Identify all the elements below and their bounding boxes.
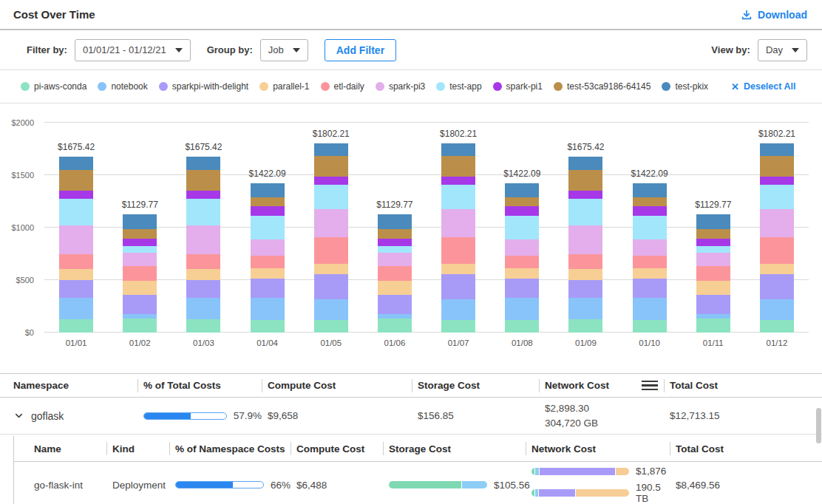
bar-segment-test-app[interactable] [568,199,602,225]
column-menu-icon[interactable] [642,381,658,391]
bar-segment-test-pkix[interactable] [123,214,157,229]
bar-segment-pi-aws-conda[interactable] [505,320,539,333]
bar-segment-etl-daily[interactable] [633,256,667,268]
bar-segment-spark-pi1[interactable] [696,239,730,246]
bar-segment-parallel-1[interactable] [568,269,602,280]
bar-segment-spark-pi1[interactable] [186,191,220,199]
bar-segment-etl-daily[interactable] [696,266,730,281]
bar-segment-pi-aws-conda[interactable] [59,319,93,333]
legend-item-test-53ca9186-64145[interactable]: test-53ca9186-64145 [554,81,651,92]
legend-item-pi-aws-conda[interactable]: pi-aws-conda [21,81,86,92]
bar-segment-pi-aws-conda[interactable] [696,319,730,333]
legend-item-spark-pi1[interactable]: spark-pi1 [493,81,543,92]
bar-segment-test-app[interactable] [251,216,285,239]
bar-segment-etl-daily[interactable] [186,254,220,269]
bar-segment-spark-pi1[interactable] [633,206,667,215]
bar-segment-sparkpi-with-delight[interactable] [441,274,475,299]
bar-segment-test-53ca9186-64145[interactable] [251,197,285,206]
bar-segment-etl-daily[interactable] [568,254,602,269]
bar-segment-pi-aws-conda[interactable] [186,319,220,333]
bar-segment-sparkpi-with-delight[interactable] [123,295,157,313]
bar-segment-test-app[interactable] [123,246,157,252]
bar-segment-notebook[interactable] [441,299,475,320]
bar-segment-notebook[interactable] [760,299,794,320]
bar-segment-parallel-1[interactable] [314,264,348,274]
bar-segment-notebook[interactable] [633,298,667,320]
bar-segment-spark-pi1[interactable] [123,239,157,246]
bar-segment-test-app[interactable] [760,185,794,208]
bar-segment-parallel-1[interactable] [59,269,93,280]
bar-segment-etl-daily[interactable] [251,256,285,268]
bar-segment-spark-pi3[interactable] [314,209,348,237]
bar-segment-etl-daily[interactable] [505,256,539,268]
bar-segment-parallel-1[interactable] [505,268,539,279]
bar-segment-test-pkix[interactable] [633,183,667,197]
bar-segment-test-app[interactable] [314,185,348,208]
bar-segment-etl-daily[interactable] [314,237,348,264]
bar-segment-pi-aws-conda[interactable] [633,320,667,333]
legend-item-test-pkix[interactable]: test-pkix [662,81,708,92]
bar-segment-sparkpi-with-delight[interactable] [760,274,794,299]
bar-segment-pi-aws-conda[interactable] [441,320,475,333]
legend-item-spark-pi3[interactable]: spark-pi3 [376,81,425,92]
bar-segment-spark-pi3[interactable] [696,253,730,266]
bar-segment-sparkpi-with-delight[interactable] [378,295,412,313]
bar-segment-test-pkix[interactable] [568,157,602,170]
bar-segment-test-pkix[interactable] [760,143,794,156]
bar-segment-spark-pi1[interactable] [251,206,285,215]
bar-segment-sparkpi-with-delight[interactable] [696,295,730,313]
legend-item-notebook[interactable]: notebook [98,81,147,92]
bar-segment-spark-pi1[interactable] [314,177,348,185]
bar-segment-test-app[interactable] [59,199,93,225]
legend-item-etl-daily[interactable]: etl-daily [321,81,364,92]
bar-segment-etl-daily[interactable] [441,237,475,264]
bar-segment-spark-pi3[interactable] [123,253,157,266]
bar-segment-pi-aws-conda[interactable] [314,320,348,333]
bar-segment-pi-aws-conda[interactable] [378,319,412,333]
bar-segment-etl-daily[interactable] [123,266,157,281]
bar-segment-etl-daily[interactable] [760,237,794,264]
bar-segment-test-53ca9186-64145[interactable] [568,170,602,191]
bar-segment-spark-pi1[interactable] [760,177,794,185]
bar-segment-spark-pi3[interactable] [186,225,220,254]
view-by-select[interactable]: Day [758,39,807,61]
bar-segment-parallel-1[interactable] [696,281,730,295]
bar-segment-parallel-1[interactable] [633,268,667,279]
bar-segment-test-53ca9186-64145[interactable] [441,156,475,177]
bar-segment-notebook[interactable] [568,298,602,319]
bar-segment-parallel-1[interactable] [251,268,285,279]
bar-segment-pi-aws-conda[interactable] [251,320,285,333]
bar-segment-notebook[interactable] [505,298,539,320]
bar-segment-spark-pi3[interactable] [760,209,794,237]
bar-segment-spark-pi3[interactable] [505,239,539,256]
bar-segment-test-53ca9186-64145[interactable] [314,156,348,177]
bar-segment-test-app[interactable] [633,216,667,239]
bar-segment-test-pkix[interactable] [441,143,475,156]
bar-segment-notebook[interactable] [186,298,220,319]
bar-segment-spark-pi1[interactable] [441,177,475,185]
bar-segment-pi-aws-conda[interactable] [123,319,157,333]
bar-segment-test-53ca9186-64145[interactable] [378,229,412,239]
group-by-select[interactable]: Job [260,39,308,61]
bar-segment-test-53ca9186-64145[interactable] [186,170,220,191]
deselect-all-button[interactable]: ✕ Deselect All [731,81,795,92]
bar-segment-spark-pi3[interactable] [568,225,602,254]
legend-item-sparkpi-with-delight[interactable]: sparkpi-with-delight [159,81,248,92]
bar-segment-parallel-1[interactable] [186,269,220,280]
bar-segment-sparkpi-with-delight[interactable] [59,280,93,298]
bar-segment-spark-pi1[interactable] [505,206,539,215]
date-range-select[interactable]: 01/01/21 - 01/12/21 [75,39,191,61]
bar-segment-spark-pi1[interactable] [59,191,93,199]
bar-segment-test-app[interactable] [505,216,539,239]
bar-segment-notebook[interactable] [251,298,285,320]
bar-segment-spark-pi1[interactable] [568,191,602,199]
bar-segment-test-53ca9186-64145[interactable] [123,229,157,239]
bar-segment-notebook[interactable] [59,298,93,319]
bar-segment-test-53ca9186-64145[interactable] [696,229,730,239]
download-button[interactable]: Download [741,9,807,21]
bar-segment-test-pkix[interactable] [696,214,730,229]
vertical-scrollbar-thumb[interactable] [816,408,821,443]
bar-segment-spark-pi3[interactable] [59,225,93,254]
bar-segment-parallel-1[interactable] [123,281,157,295]
bar-segment-sparkpi-with-delight[interactable] [314,274,348,299]
